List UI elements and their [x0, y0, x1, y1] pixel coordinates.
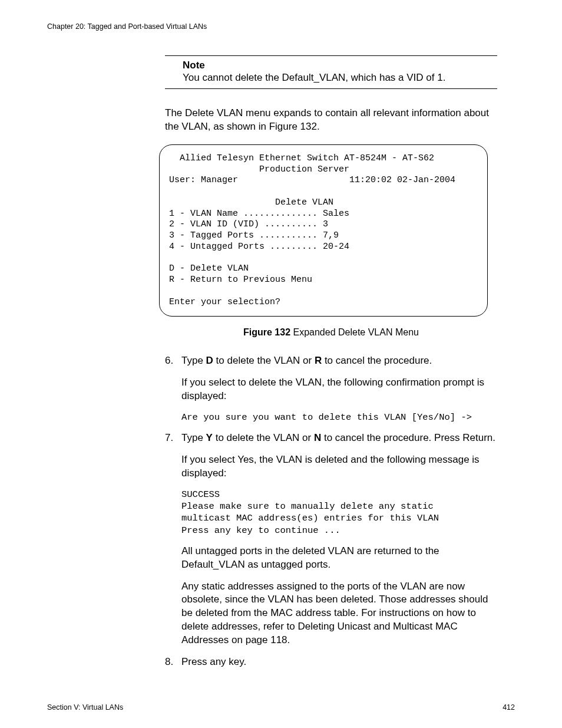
- key-y: Y: [206, 432, 213, 443]
- step-8-body: Press any key.: [181, 655, 497, 669]
- step-6-p1: Type D to delete the VLAN or R to cancel…: [181, 354, 497, 368]
- step-8-number: 8.: [165, 655, 181, 669]
- terminal-item-d: D - Delete VLAN: [169, 263, 249, 274]
- step-7: 7. Type Y to delete the VLAN or N to can…: [165, 431, 497, 647]
- key-d: D: [206, 355, 213, 366]
- terminal-timestamp: 11:20:02 02-Jan-2004: [349, 175, 455, 185]
- figure-caption: Figure 132 Expanded Delete VLAN Menu: [165, 327, 497, 338]
- figure-number: Figure 132: [243, 327, 290, 337]
- terminal-line-2: Production Server: [169, 164, 349, 174]
- step-7-body: Type Y to delete the VLAN or N to cancel…: [181, 431, 497, 647]
- step-6-p2: If you select to delete the VLAN, the fo…: [181, 376, 497, 403]
- step-7-p4: Any static addresses assigned to the por…: [181, 580, 497, 648]
- step-8: 8. Press any key.: [165, 655, 497, 669]
- step-8-p1: Press any key.: [181, 655, 497, 669]
- step-7-number: 7.: [165, 431, 181, 647]
- terminal-item-3: 3 - Tagged Ports ........... 7,9: [169, 230, 339, 241]
- terminal-item-2: 2 - VLAN ID (VID) .......... 3: [169, 219, 328, 229]
- note-body: You cannot delete the Default_VLAN, whic…: [183, 71, 497, 85]
- terminal-prompt: Enter your selection?: [169, 297, 280, 307]
- terminal-item-4: 4 - Untagged Ports ......... 20-24: [169, 242, 349, 252]
- page-footer: Section V: Virtual LANs 412: [47, 703, 515, 711]
- terminal-screenshot: Allied Telesyn Ethernet Switch AT-8524M …: [159, 144, 488, 317]
- terminal-line-1: Allied Telesyn Ethernet Switch AT-8524M …: [169, 153, 434, 163]
- step-7-p3: All untagged ports in the deleted VLAN a…: [181, 545, 497, 572]
- step-6-code: Are you sure you want to delete this VLA…: [181, 411, 497, 423]
- footer-section: Section V: Virtual LANs: [47, 703, 123, 711]
- note-box: Note You cannot delete the Default_VLAN,…: [165, 55, 497, 89]
- terminal-menu-title: Delete VLAN: [275, 197, 333, 207]
- terminal-content: Allied Telesyn Ethernet Switch AT-8524M …: [159, 144, 488, 317]
- key-r: R: [315, 355, 322, 366]
- intro-paragraph: The Delete VLAN menu expands to contain …: [165, 107, 497, 134]
- terminal-item-1: 1 - VLAN Name .............. Sales: [169, 209, 349, 219]
- step-6-body: Type D to delete the VLAN or R to cancel…: [181, 354, 497, 423]
- key-n: N: [314, 432, 321, 443]
- content-column: Note You cannot delete the Default_VLAN,…: [165, 55, 497, 669]
- figure-title: Expanded Delete VLAN Menu: [290, 327, 419, 337]
- page: Chapter 20: Tagged and Port-based Virtua…: [0, 0, 562, 728]
- terminal-user: User: Manager: [169, 175, 238, 185]
- step-7-p1: Type Y to delete the VLAN or N to cancel…: [181, 431, 497, 445]
- terminal-item-r: R - Return to Previous Menu: [169, 275, 312, 285]
- chapter-header: Chapter 20: Tagged and Port-based Virtua…: [47, 22, 515, 31]
- step-6: 6. Type D to delete the VLAN or R to can…: [165, 354, 497, 423]
- step-7-p2: If you select Yes, the VLAN is deleted a…: [181, 453, 497, 480]
- step-list: 6. Type D to delete the VLAN or R to can…: [165, 354, 497, 669]
- step-7-code: SUCCESS Please make sure to manually del…: [181, 489, 497, 536]
- note-title: Note: [183, 60, 497, 71]
- footer-page-number: 412: [503, 703, 515, 711]
- step-6-number: 6.: [165, 354, 181, 423]
